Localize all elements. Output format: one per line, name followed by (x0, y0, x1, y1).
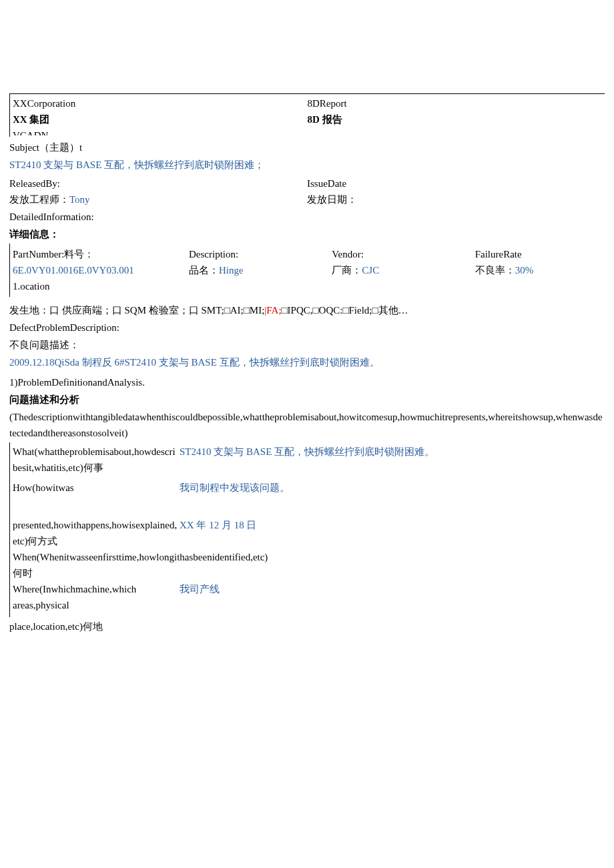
where-label: Where(Inwhichmachine,which (13, 581, 180, 597)
defect-label-cn: 不良问题描述： (9, 337, 605, 353)
issue-date-cn: 发放日期： (307, 191, 605, 207)
how-value: 我司制程中发现该问题。 (180, 480, 602, 496)
part-number-label: PartNumber:料号： (13, 246, 173, 262)
defect-value: 2009.12.18QiSda 制程反 6#ST2410 支架与 BASE 互配… (9, 354, 605, 370)
released-by-value: Tony (69, 194, 90, 205)
how-label: How(howitwas (13, 480, 180, 496)
vendor-row: 厂商：CJC (332, 262, 458, 278)
where-label-3: place,location,etc)何地 (9, 618, 605, 634)
released-by-cn: 发放工程师：Tony (9, 191, 307, 207)
d1-title-en: 1)ProblemDefinitionandAnalysis. (9, 374, 605, 390)
where-value: 我司产线 (180, 581, 602, 597)
vendor-label: Vendor: (332, 246, 458, 262)
issue-date-en: IssueDate (307, 175, 605, 191)
report-title-en: 8DReport (308, 95, 603, 111)
report-title-cn: 8D 报告 (308, 111, 603, 127)
when-label-2: 何时 (13, 565, 180, 581)
when-value: XX 年 12 月 18 日 (180, 517, 602, 549)
location-label-partial: 1.ocation (13, 278, 173, 294)
corp-name-en: XXCorporation (13, 95, 308, 111)
vendor-value: CJC (362, 265, 379, 276)
header-box: XXCorporation 8DReport XX 集团 8D 报告 VCADN (9, 93, 605, 137)
detailed-info-en: DetailedInformation: (9, 209, 605, 225)
what-label: What(whattheproblemisabout,howdescribesi… (13, 444, 180, 476)
wh-table: What(whattheproblemisabout,howdescribesi… (9, 442, 605, 617)
d1-title-cn: 问题描述和分析 (9, 392, 605, 408)
description-row: 品名：Hinge (189, 262, 316, 278)
how-label-2: presented,howithappens,howisexplained,et… (13, 517, 180, 549)
description-label: Description: (189, 246, 316, 262)
failure-rate-label: FailureRate (475, 246, 602, 262)
subject-label: Subject（主题）t (9, 139, 605, 155)
failure-rate-value: 30% (515, 265, 534, 276)
defect-label-en: DefectProblemDescription: (9, 320, 605, 336)
subject-value: ST2410 支架与 BASE 互配，快拆螺丝拧到底时锁附困难； (9, 157, 605, 173)
failure-rate-row: 不良率：30% (475, 262, 602, 278)
details-box: PartNumber:料号： 6E.0VY01.0016E.0VY03.001 … (9, 244, 605, 297)
when-label: When(Whenitwasseenfirsttime,howlongithas… (13, 549, 602, 565)
d1-note: (Thedescriptionwithtangibledatawhenthisc… (9, 409, 605, 441)
where-label-2: areas,physical (13, 597, 180, 613)
detailed-info-cn: 详细信息： (9, 226, 605, 242)
part-number-value: 6E.0VY01.0016E.0VY03.001 (13, 262, 173, 278)
corp-name-cn: XX 集团 (13, 111, 308, 127)
description-value: Hinge (219, 265, 244, 276)
what-value: ST2410 支架与 BASE 互配，快拆螺丝拧到底时锁附困难。 (180, 444, 602, 476)
fa-mark: |FA; (264, 305, 281, 316)
released-by-en: ReleasedBy: (9, 175, 307, 191)
truncated-line: VCADN (13, 127, 602, 135)
location-checkboxes: 发生地：口 供应商端；口 SQM 检验室；口 SMT;□AI;□MI;|FA;□… (9, 302, 605, 318)
